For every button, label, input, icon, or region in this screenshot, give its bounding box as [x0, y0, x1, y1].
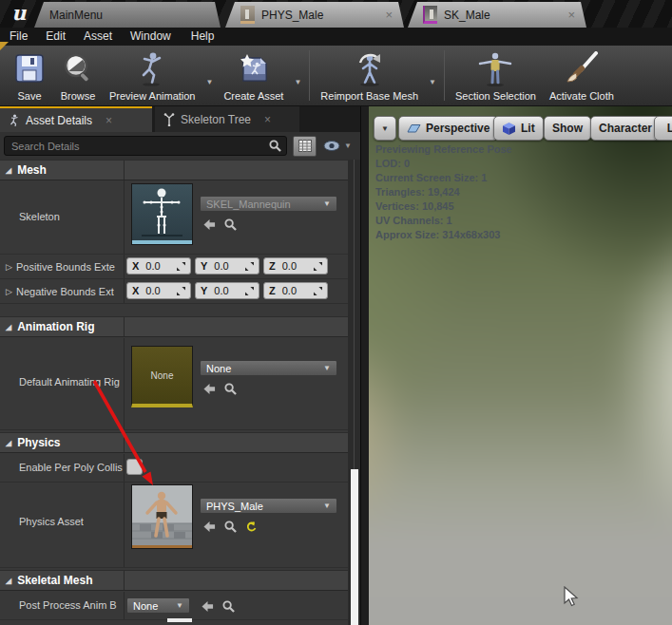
pos-y-field[interactable]: Y0.0	[195, 257, 259, 275]
unreal-logo: u	[5, 0, 33, 27]
use-selected-button[interactable]	[200, 598, 215, 614]
grid-icon	[298, 140, 312, 152]
tab-asset-details[interactable]: Asset Details ×	[0, 106, 152, 132]
menu-file[interactable]: File	[10, 29, 28, 43]
asset-color-strip	[132, 545, 192, 548]
preview-animation-button[interactable]: Preview Animation	[103, 46, 202, 105]
pos-z-field[interactable]: Z0.0	[263, 257, 328, 275]
column-splitter[interactable]	[124, 571, 125, 590]
skeleton-combobox[interactable]: SKEL_Mannequin ▼	[200, 196, 337, 212]
column-splitter[interactable]	[124, 454, 125, 482]
section-physics[interactable]: ◢ Physics	[0, 432, 348, 453]
row-positive-bounds: ▷ Positive Bounds Exte X0.0 Y0.0 Z0.0	[0, 255, 348, 279]
window-tab-bar: u MainMenu PHYS_Male × SK_Male ×	[0, 0, 672, 28]
activate-cloth-button[interactable]: Activate Cloth	[543, 46, 621, 105]
browse-to-asset-button[interactable]	[221, 598, 236, 614]
menu-edit[interactable]: Edit	[46, 29, 66, 43]
positive-bounds-label: Positive Bounds Exte	[16, 261, 115, 273]
character-button[interactable]: Character	[590, 116, 661, 141]
lod-button[interactable]: LO	[654, 116, 672, 141]
menu-help[interactable]: Help	[191, 29, 215, 43]
column-splitter[interactable]	[124, 433, 125, 452]
stat-triangles: Triangles: 19,424	[375, 185, 512, 199]
column-splitter[interactable]	[124, 279, 125, 303]
save-button[interactable]: Save	[6, 46, 53, 105]
panel-tab-strip: Asset Details × Skeleton Tree ×	[0, 106, 360, 132]
tab-phys-male[interactable]: PHYS_Male ×	[225, 2, 404, 28]
back-arrow-icon	[202, 600, 214, 613]
menu-window[interactable]: Window	[130, 29, 171, 43]
column-splitter[interactable]	[124, 180, 125, 254]
pos-x-field[interactable]: X0.0	[126, 257, 191, 275]
section-animation-rig[interactable]: ◢ Animation Rig	[0, 316, 348, 337]
reimport-base-mesh-button[interactable]: Reimport Base Mesh	[314, 46, 425, 105]
tab-mainmenu[interactable]: MainMenu	[34, 2, 221, 28]
reimport-dropdown-icon[interactable]: ▼	[425, 78, 440, 86]
physics-asset-combobox[interactable]: PHYS_Male ▼	[200, 498, 337, 514]
preview-viewport[interactable]: ▼ Perspective Lit Show Character LO Prev…	[369, 106, 672, 625]
menu-asset[interactable]: Asset	[84, 29, 112, 43]
create-asset-button[interactable]: Create Asset	[217, 46, 290, 105]
expand-closed-icon[interactable]: ▷	[6, 287, 12, 296]
section-selection-button[interactable]: Section Selection	[449, 46, 543, 105]
create-asset-dropdown-icon[interactable]: ▼	[290, 78, 305, 86]
neg-x-field[interactable]: X0.0	[126, 282, 191, 299]
physics-asset-icon	[240, 6, 255, 24]
search-details-box[interactable]	[4, 136, 287, 156]
neg-z-field[interactable]: Z0.0	[263, 282, 328, 299]
tab-mainmenu-label: MainMenu	[49, 9, 103, 22]
search-icon	[269, 140, 281, 152]
close-icon[interactable]: ×	[106, 114, 112, 127]
use-selected-button[interactable]	[202, 381, 217, 396]
column-splitter[interactable]	[124, 255, 125, 278]
vertical-scrollbar[interactable]	[348, 160, 360, 625]
column-splitter[interactable]	[124, 317, 125, 336]
view-options-button[interactable]: ▼	[323, 141, 352, 151]
tab-sk-male[interactable]: SK_Male ×	[408, 2, 586, 28]
viewport-options-button[interactable]: ▼	[374, 116, 396, 141]
section-skeletal-mesh[interactable]: ◢ Skeletal Mesh	[0, 570, 348, 591]
tab-skeleton-tree[interactable]: Skeleton Tree ×	[155, 106, 299, 132]
column-splitter[interactable]	[124, 161, 125, 180]
use-selected-button[interactable]	[202, 519, 217, 534]
physics-asset-thumbnail[interactable]	[131, 484, 193, 549]
search-details-input[interactable]	[10, 140, 269, 153]
reset-to-default-button[interactable]	[243, 520, 259, 535]
perspective-button[interactable]: Perspective	[398, 116, 498, 141]
expand-closed-icon[interactable]: ▷	[6, 262, 12, 272]
column-splitter[interactable]	[124, 592, 125, 619]
browse-to-asset-button[interactable]	[222, 519, 238, 534]
caret-down-icon: ▼	[323, 199, 331, 208]
column-splitter[interactable]	[124, 338, 125, 429]
running-figure-icon	[135, 51, 169, 87]
close-icon[interactable]: ×	[264, 113, 271, 126]
show-button[interactable]: Show	[544, 116, 591, 141]
lit-button[interactable]: Lit	[493, 116, 544, 141]
browse-button[interactable]: Browse	[53, 46, 103, 105]
post-process-anim-label: Post Process Anim B	[19, 599, 117, 611]
browse-to-asset-button[interactable]	[222, 381, 238, 396]
column-splitter[interactable]	[124, 483, 125, 567]
display-grid-button[interactable]	[293, 136, 317, 157]
section-mesh[interactable]: ◢ Mesh	[0, 160, 348, 180]
per-poly-collision-label: Enable Per Poly Collis	[19, 462, 123, 473]
animating-rig-combobox[interactable]: None ▼	[200, 360, 337, 376]
per-poly-collision-checkbox[interactable]	[126, 459, 143, 475]
preview-animation-dropdown-icon[interactable]: ▼	[202, 78, 218, 86]
skeleton-thumbnail[interactable]	[131, 183, 193, 245]
close-icon[interactable]: ×	[560, 9, 575, 21]
neg-y-field[interactable]: Y0.0	[195, 282, 259, 299]
close-icon[interactable]: ×	[377, 9, 393, 21]
stat-lod: LOD: 0	[375, 157, 512, 171]
magnifier-icon	[224, 383, 237, 395]
expand-icon: ◢	[6, 166, 11, 175]
tab-skeleton-tree-label: Skeleton Tree	[181, 113, 251, 126]
horizontal-scrollbar-thumb[interactable]	[167, 618, 192, 622]
eye-icon	[323, 141, 340, 151]
panel-viewport-divider[interactable]	[360, 106, 369, 625]
use-selected-button[interactable]	[202, 217, 217, 232]
animating-rig-thumbnail[interactable]: None	[131, 346, 193, 407]
scrollbar-thumb[interactable]	[351, 469, 358, 625]
post-process-anim-combobox[interactable]: None ▼	[126, 597, 190, 614]
browse-to-asset-button[interactable]	[222, 217, 238, 232]
